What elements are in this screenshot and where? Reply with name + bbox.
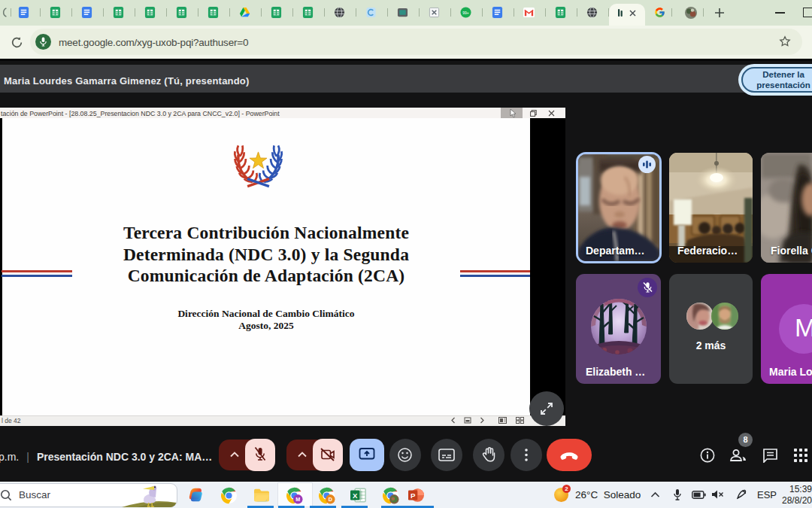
svg-text:X: X	[353, 491, 358, 500]
svg-text:D: D	[329, 497, 332, 503]
svg-text:99+: 99+	[462, 11, 469, 15]
svg-text:M: M	[295, 497, 300, 503]
svg-text:P: P	[411, 491, 416, 500]
